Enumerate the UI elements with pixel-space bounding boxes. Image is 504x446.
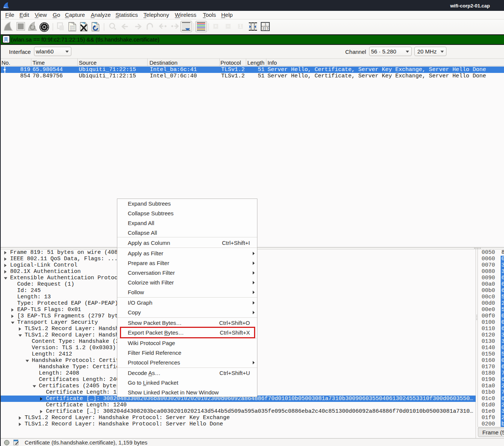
svg-text:2: 2 [262,27,264,30]
svg-text:3: 3 [266,27,268,30]
svg-text:0111: 0111 [70,29,75,31]
svg-text:1: 1 [265,22,266,26]
